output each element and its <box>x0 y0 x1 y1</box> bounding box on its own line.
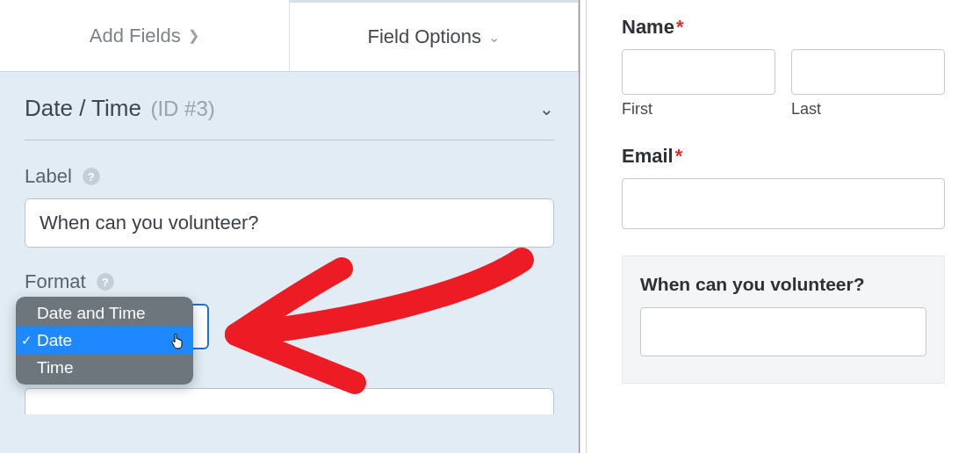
label-label: Label <box>25 165 72 188</box>
dropdown-option-label: Date <box>37 331 72 350</box>
email-input[interactable] <box>622 178 945 229</box>
tab-add-fields-label: Add Fields <box>90 25 181 47</box>
preview-volunteer-field[interactable]: When can you volunteer? <box>622 255 945 384</box>
first-name-input[interactable] <box>622 49 775 95</box>
preview-name-label: Name <box>622 16 674 38</box>
chevron-down-icon: ⌄ <box>539 98 554 119</box>
preview-email-label: Email <box>622 145 674 167</box>
first-sublabel: First <box>622 100 775 119</box>
tab-add-fields[interactable]: Add Fields ❯ <box>0 0 289 71</box>
dropdown-option-label: Date and Time <box>37 304 146 323</box>
dropdown-option-date[interactable]: ✓ Date <box>16 327 193 355</box>
help-icon[interactable]: ? <box>83 168 100 185</box>
label-input[interactable] <box>25 198 554 248</box>
tab-field-options-label: Field Options <box>367 25 481 48</box>
dropdown-option-time[interactable]: Time <box>16 355 193 385</box>
volunteer-input[interactable] <box>640 307 926 356</box>
label-group: Label ? <box>25 165 554 248</box>
dropdown-option-date-and-time[interactable]: Date and Time <box>16 297 193 327</box>
field-id: (ID #3) <box>150 97 214 120</box>
format-dropdown: Date and Time ✓ Date Time <box>16 297 193 385</box>
field-heading-row[interactable]: Date / Time (ID #3) ⌄ <box>25 95 554 140</box>
check-icon: ✓ <box>21 333 32 349</box>
help-icon[interactable]: ? <box>97 273 114 291</box>
required-indicator: * <box>676 16 684 38</box>
field-options-panel: Add Fields ❯ Field Options ⌄ Date / Time… <box>0 0 580 453</box>
form-preview-panel: Name* First Last Email* When can you vol… <box>587 0 980 453</box>
chevron-right-icon: ❯ <box>188 27 199 44</box>
last-sublabel: Last <box>791 100 945 119</box>
preview-name-field: Name* First Last <box>622 16 945 119</box>
format-group: Format ? <box>25 270 554 293</box>
field-title: Date / Time <box>25 95 141 121</box>
description-input[interactable] <box>25 388 554 414</box>
cursor-icon <box>170 334 184 352</box>
dropdown-option-label: Time <box>37 358 74 378</box>
required-indicator: * <box>675 145 683 167</box>
format-label: Format <box>25 270 86 293</box>
preview-volunteer-label: When can you volunteer? <box>640 274 926 295</box>
tab-field-options[interactable]: Field Options ⌄ <box>289 0 580 71</box>
last-name-input[interactable] <box>791 49 945 95</box>
preview-email-field: Email* <box>622 145 945 229</box>
tabs-bar: Add Fields ❯ Field Options ⌄ <box>0 0 579 72</box>
panel-divider <box>580 0 587 453</box>
chevron-down-icon: ⌄ <box>488 29 500 46</box>
